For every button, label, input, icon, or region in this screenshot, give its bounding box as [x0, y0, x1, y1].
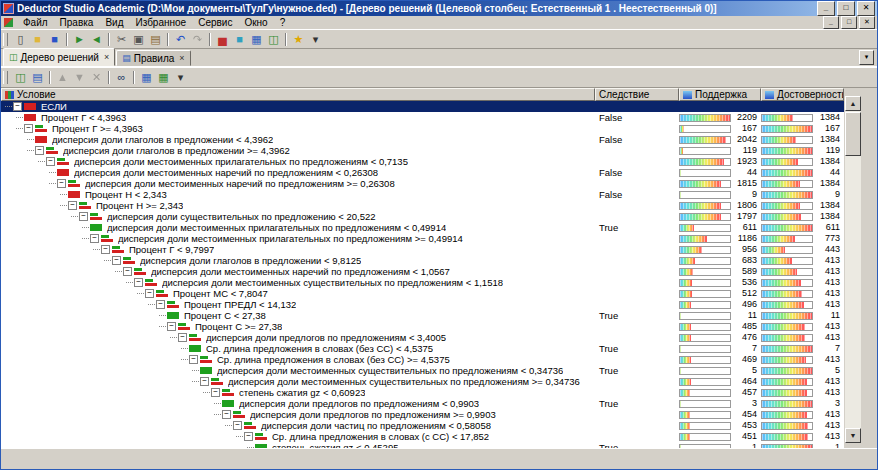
chart-wizard-icon[interactable]: ▅: [214, 32, 231, 47]
grid-green-icon[interactable]: ▦: [155, 70, 172, 85]
cut-icon[interactable]: ✂: [113, 32, 130, 47]
import-wizard-icon[interactable]: ►: [71, 32, 88, 47]
expand-toggle-icon[interactable]: −: [35, 146, 44, 155]
scroll-up-icon[interactable]: ▲: [845, 96, 861, 111]
tree-row[interactable]: −дисперсия доли местоименных прилагатель…: [1, 233, 844, 244]
tree-row[interactable]: дисперсия доли местоименных наречий по п…: [1, 167, 844, 178]
tree-row[interactable]: −Процент МС < 7,8047512413: [1, 288, 844, 299]
tree-row[interactable]: дисперсия доли глаголов в предложении < …: [1, 134, 844, 145]
tree-row[interactable]: −дисперсия доли местоименных существител…: [1, 277, 844, 288]
save-icon[interactable]: ■: [46, 32, 63, 47]
close-button[interactable]: ✕: [857, 1, 875, 16]
vertical-scrollbar[interactable]: ▲ ▼: [845, 96, 861, 443]
tab-list-dropdown-icon[interactable]: ▾: [859, 50, 874, 65]
expand-toggle-icon[interactable]: −: [211, 388, 220, 397]
paste-icon[interactable]: ▤: [147, 32, 164, 47]
tree-row[interactable]: дисперсия доли местоименных существитель…: [1, 365, 844, 376]
scroll-down-icon[interactable]: ▼: [845, 428, 861, 443]
tree-row[interactable]: −дисперсия доли местоименных наречий по …: [1, 178, 844, 189]
menu-item-1[interactable]: Правка: [54, 17, 100, 28]
tab-1[interactable]: ▤Правила×: [116, 50, 190, 66]
column-header-support[interactable]: Поддержка: [679, 88, 761, 101]
tree-row[interactable]: −степень сжатия gz < 0,60923457413: [1, 387, 844, 398]
expand-toggle-icon[interactable]: −: [112, 256, 121, 265]
expand-toggle-icon[interactable]: −: [156, 300, 165, 309]
tree-row[interactable]: −ЕСЛИ: [1, 101, 844, 112]
mdi-restore-button[interactable]: □: [841, 16, 857, 29]
expand-toggle-icon[interactable]: −: [24, 124, 33, 133]
report-icon[interactable]: ▤: [29, 70, 46, 85]
tree-row[interactable]: Ср. длина предложения в словах (без СС) …: [1, 343, 844, 354]
tree-row[interactable]: −дисперсия доли местоименных наречий по …: [1, 266, 844, 277]
tree-row[interactable]: −Процент ПРЕДЛ < 14,132496413: [1, 299, 844, 310]
column-header-consequence[interactable]: Следствие: [595, 88, 679, 101]
tree-row[interactable]: Процент С < 27,38True1111: [1, 310, 844, 321]
tree-row[interactable]: −дисперсия доли предлогов по предложения…: [1, 409, 844, 420]
table-icon[interactable]: ▦: [248, 32, 265, 47]
menu-item-0[interactable]: Файл: [17, 17, 54, 28]
restore-button[interactable]: □: [837, 1, 855, 16]
expand-toggle-icon[interactable]: −: [134, 278, 143, 287]
expand-toggle-icon[interactable]: −: [46, 157, 55, 166]
table-view-icon[interactable]: ▦: [138, 70, 155, 85]
column-header-condition[interactable]: Условие: [1, 88, 595, 101]
menu-item-2[interactable]: Вид: [99, 17, 129, 28]
copy-icon[interactable]: ▣: [130, 32, 147, 47]
tree-row[interactable]: −дисперсия доли частиц по предложениям <…: [1, 420, 844, 431]
tree-row[interactable]: −дисперсия доли местоименных существител…: [1, 376, 844, 387]
export-tree-icon[interactable]: ◫: [12, 70, 29, 85]
expand-toggle-icon[interactable]: −: [167, 322, 176, 331]
menu-item-4[interactable]: Сервис: [192, 17, 238, 28]
expand-toggle-icon[interactable]: −: [145, 289, 154, 298]
tree-diagram-icon[interactable]: ◫: [265, 32, 282, 47]
tree-row[interactable]: Процент Н < 2,343False99: [1, 189, 844, 200]
expand-toggle-icon[interactable]: −: [79, 212, 88, 221]
menu-item-5[interactable]: Окно: [238, 17, 273, 28]
expand-toggle-icon[interactable]: −: [101, 245, 110, 254]
mdi-close-button[interactable]: ✕: [859, 16, 875, 29]
tree-row[interactable]: дисперсия доли предлогов по предложениям…: [1, 398, 844, 409]
minimize-button[interactable]: _: [817, 1, 835, 16]
favorites-dropdown-icon[interactable]: ▾: [307, 32, 324, 47]
tree-row[interactable]: −дисперсия доли глаголов в предложении >…: [1, 145, 844, 156]
tree-row[interactable]: степень сжатия gz < 0,45295True11: [1, 442, 844, 448]
tree-row[interactable]: −дисперсия доли глаголов в предложении <…: [1, 255, 844, 266]
tree-row[interactable]: Процент Г < 4,3963False22091384: [1, 112, 844, 123]
tree-row[interactable]: −Ср. длина предложения в словах (без СС)…: [1, 354, 844, 365]
expand-toggle-icon[interactable]: −: [200, 377, 209, 386]
tree-row[interactable]: −Процент Г >= 4,3963167167: [1, 123, 844, 134]
expand-toggle-icon[interactable]: −: [222, 410, 231, 419]
mdi-minimize-button[interactable]: _: [823, 16, 839, 29]
tree-row[interactable]: −Процент Г < 9,7997956443: [1, 244, 844, 255]
tree-row[interactable]: −Ср. длина предложения в словах (с СС) <…: [1, 431, 844, 442]
expand-toggle-icon[interactable]: −: [90, 234, 99, 243]
export-wizard-icon[interactable]: ◄: [88, 32, 105, 47]
cube-icon[interactable]: ■: [231, 32, 248, 47]
menu-item-3[interactable]: Избранное: [129, 17, 192, 28]
tree-row[interactable]: −дисперсия доли существительных по предл…: [1, 211, 844, 222]
tree-row[interactable]: −Процент Н >= 2,34318061384: [1, 200, 844, 211]
tree-row[interactable]: дисперсия доли местоименных прилагательн…: [1, 222, 844, 233]
expand-toggle-icon[interactable]: −: [233, 421, 242, 430]
expand-toggle-icon[interactable]: −: [244, 432, 253, 441]
tree-row[interactable]: −Процент С >= 27,38485413: [1, 321, 844, 332]
scrollbar-thumb[interactable]: [845, 112, 861, 156]
favorites-star-icon[interactable]: ★: [290, 32, 307, 47]
tree-row[interactable]: −дисперсия доли местоименных прилагатель…: [1, 156, 844, 167]
menu-item-6[interactable]: ?: [274, 17, 292, 28]
expand-toggle-icon[interactable]: −: [13, 102, 22, 111]
open-folder-icon[interactable]: ■: [29, 32, 46, 47]
undo-icon[interactable]: ↶: [172, 32, 189, 47]
find-icon[interactable]: ∞: [113, 70, 130, 85]
tree-row[interactable]: −дисперсия доли предлогов по предложения…: [1, 332, 844, 343]
tab-close-icon[interactable]: ×: [179, 54, 184, 63]
tab-close-icon[interactable]: ×: [104, 53, 109, 62]
expand-toggle-icon[interactable]: −: [57, 179, 66, 188]
column-header-confidence[interactable]: Достоверность: [761, 88, 844, 101]
expand-toggle-icon[interactable]: −: [123, 267, 132, 276]
view-dropdown-icon[interactable]: ▾: [172, 70, 189, 85]
new-document-icon[interactable]: ▯: [12, 32, 29, 47]
expand-toggle-icon[interactable]: −: [189, 355, 198, 364]
expand-toggle-icon[interactable]: −: [68, 201, 77, 210]
expand-toggle-icon[interactable]: −: [178, 333, 187, 342]
